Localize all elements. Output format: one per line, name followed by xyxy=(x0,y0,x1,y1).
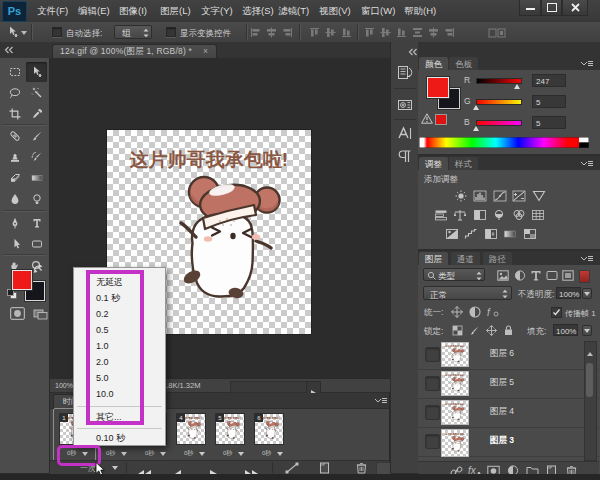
layer-filter-type-dropdown[interactable]: 类型 xyxy=(423,268,485,281)
adj-curves-icon[interactable] xyxy=(493,190,507,202)
tween-button[interactable] xyxy=(285,462,299,474)
timeline-frame-6[interactable]: 6 0秒 xyxy=(251,410,287,460)
adj-black-white-icon[interactable] xyxy=(473,209,487,221)
screen-mode-icon[interactable] xyxy=(33,307,48,320)
adjustments-panel-menu-icon[interactable] xyxy=(580,160,594,168)
tool-eyedropper[interactable] xyxy=(26,104,47,124)
lock-transparent-icon[interactable] xyxy=(452,325,463,336)
tool-path-selection[interactable] xyxy=(4,234,25,254)
dock-history-panel-button[interactable] xyxy=(396,64,414,81)
delete-frame-button[interactable] xyxy=(355,462,368,474)
tab-paths[interactable]: 路径 xyxy=(483,252,512,266)
frame-4-delay[interactable]: 0秒 xyxy=(184,449,193,458)
opacity-arrow-button[interactable] xyxy=(582,288,592,299)
tool-brush[interactable] xyxy=(26,126,47,146)
adj-invert-icon[interactable] xyxy=(445,228,459,240)
maximize-button[interactable] xyxy=(541,0,562,16)
layer-6-name[interactable]: 图层 6 xyxy=(490,348,514,360)
layer-4-visibility-toggle[interactable] xyxy=(425,405,440,420)
blue-slider[interactable] xyxy=(476,120,522,126)
move-tool-preset-icon[interactable] xyxy=(7,26,19,38)
swap-colors-icon[interactable] xyxy=(33,264,43,273)
distribute-bottom-icon[interactable] xyxy=(396,27,407,38)
layer-6-visibility-toggle[interactable] xyxy=(425,347,440,362)
quick-mask-icon[interactable] xyxy=(10,307,25,320)
adj-exposure-icon[interactable] xyxy=(512,190,526,202)
layer-row-5[interactable]: 图层 5 xyxy=(418,369,599,399)
adj-gradient-map-icon[interactable] xyxy=(503,228,517,240)
unify-position-icon[interactable] xyxy=(450,306,464,318)
tab-swatches[interactable]: 色板 xyxy=(449,57,478,71)
adj-selective-color-icon[interactable] xyxy=(523,228,537,240)
frame-2-delay[interactable]: 0秒 xyxy=(106,449,115,458)
align-middle-icon[interactable] xyxy=(325,27,336,38)
adj-posterize-icon[interactable] xyxy=(464,228,478,240)
red-value[interactable]: 247 xyxy=(532,74,566,87)
tab-channels[interactable]: 通道 xyxy=(451,252,480,266)
unify-style-icon[interactable]: f xyxy=(486,306,500,318)
opacity-value[interactable]: 100% xyxy=(556,287,581,299)
adj-vibrance-icon[interactable] xyxy=(532,190,546,202)
tool-move[interactable] xyxy=(26,62,47,82)
red-slider-thumb[interactable] xyxy=(514,84,520,89)
lock-pixels-icon[interactable] xyxy=(469,325,480,336)
tool-pen[interactable] xyxy=(4,213,25,233)
foreground-color-swatch[interactable] xyxy=(12,270,32,290)
tool-dodge[interactable] xyxy=(26,189,47,209)
adj-brightness-contrast-icon[interactable] xyxy=(454,190,468,202)
timeline-frame-5[interactable]: 5 0秒 xyxy=(212,410,248,460)
tool-quick-selection[interactable] xyxy=(26,83,47,103)
align-left-icon[interactable] xyxy=(250,27,261,38)
loop-dropdown-arrow-icon[interactable] xyxy=(112,466,118,470)
tool-eraser[interactable] xyxy=(4,168,25,188)
distribute-center-icon[interactable] xyxy=(428,27,439,38)
filter-shape-layers-icon[interactable] xyxy=(546,270,558,281)
frame-6-delay-arrow-icon[interactable] xyxy=(277,452,283,456)
frame-2-delay-arrow-icon[interactable] xyxy=(121,452,127,456)
tool-gradient[interactable] xyxy=(26,168,47,188)
tool-clone-stamp[interactable] xyxy=(4,147,25,167)
green-slider-thumb[interactable] xyxy=(473,105,479,110)
filter-adjustment-layers-icon[interactable] xyxy=(514,270,526,281)
layers-panel-menu-icon[interactable] xyxy=(580,255,594,263)
layer-3-thumbnail[interactable] xyxy=(442,430,468,456)
auto-select-checkbox[interactable] xyxy=(52,27,62,37)
layer-3-visibility-toggle[interactable] xyxy=(425,434,440,449)
adj-hue-saturation-icon[interactable] xyxy=(434,209,448,221)
blend-mode-dropdown[interactable]: 正常 xyxy=(423,286,512,300)
layers-scrollbar[interactable] xyxy=(584,341,597,461)
document-tab-close-icon[interactable]: × xyxy=(203,45,208,58)
adj-channel-mixer-icon[interactable] xyxy=(512,209,526,221)
auto-select-dropdown[interactable]: 组 xyxy=(114,25,152,39)
frame-6-delay[interactable]: 0秒 xyxy=(262,449,271,458)
zoom-level[interactable]: 100% xyxy=(55,379,73,393)
green-slider[interactable] xyxy=(476,99,522,105)
tool-preset-arrow-icon[interactable] xyxy=(21,31,27,35)
menu-image[interactable]: 图像(I) xyxy=(117,0,149,21)
distribute-middle-icon[interactable] xyxy=(380,27,391,38)
lock-position-icon[interactable] xyxy=(486,325,497,336)
scrollbar-up-icon[interactable] xyxy=(587,352,593,356)
gamut-warning-icon[interactable] xyxy=(421,113,433,124)
adj-photo-filter-icon[interactable] xyxy=(492,209,506,221)
tab-styles[interactable]: 样式 xyxy=(449,157,478,171)
tool-lasso[interactable] xyxy=(4,83,25,103)
align-top-icon[interactable] xyxy=(309,27,320,38)
layer-4-thumbnail[interactable] xyxy=(442,401,468,424)
timeline-panel-menu-icon[interactable] xyxy=(374,397,388,405)
color-foreground-swatch[interactable] xyxy=(427,77,449,98)
gamut-fix-swatch[interactable] xyxy=(435,114,447,125)
frame-5-delay[interactable]: 0秒 xyxy=(223,449,232,458)
collapse-tools-icon[interactable] xyxy=(4,46,14,54)
expand-dock-icon[interactable] xyxy=(408,48,418,56)
document-tab[interactable]: 124.gif @ 100%(图层 1, RGB/8) * × xyxy=(52,44,217,58)
frame-4-delay-arrow-icon[interactable] xyxy=(199,452,205,456)
menu-view[interactable]: 视图(V) xyxy=(317,0,353,21)
tool-blur[interactable] xyxy=(4,189,25,209)
filter-smart-objects-icon[interactable] xyxy=(562,270,574,281)
frame-5-delay-arrow-icon[interactable] xyxy=(238,452,244,456)
layer-6-thumbnail[interactable] xyxy=(442,343,468,366)
tool-type[interactable] xyxy=(26,213,47,233)
tool-spot-healing[interactable] xyxy=(4,126,25,146)
tool-shape[interactable] xyxy=(26,234,47,254)
